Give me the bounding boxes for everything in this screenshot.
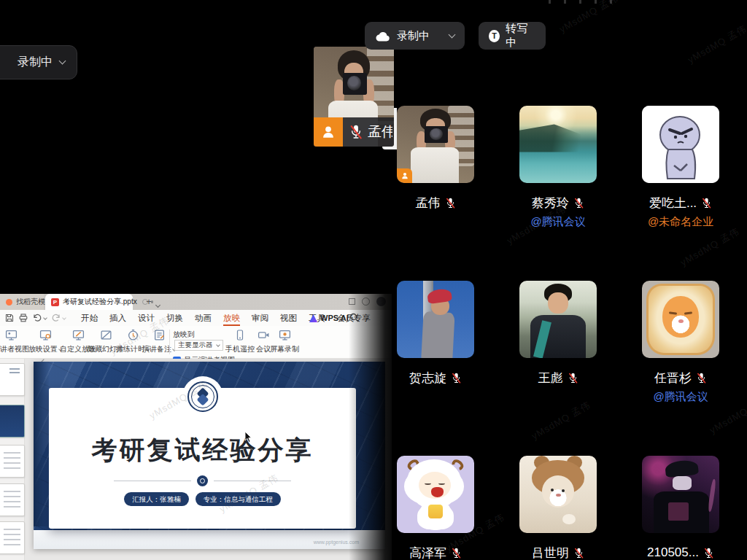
wps-tab-bar: 找稻壳模板 P 考研复试经验分享.pptx + (0, 294, 392, 310)
rehearse-timing-icon (127, 329, 139, 341)
participant-name: 贺志旋 (409, 370, 446, 386)
tab-active-document[interactable]: P 考研复试经验分享.pptx (45, 294, 133, 310)
participant-name: 高泽军 (409, 545, 446, 560)
wps-ai-icon (309, 314, 317, 322)
participant-name: 王彪 (538, 370, 563, 386)
participant-tile[interactable]: 贺志旋 (397, 281, 474, 385)
wps-ribbon: 演讲者视图 放映设置 自定义放映 (0, 326, 392, 359)
undo-button[interactable] (33, 314, 47, 322)
avatar-art (519, 124, 597, 152)
participant-name: 210505... (647, 545, 699, 560)
participant-tile[interactable]: 吕世明 (519, 456, 597, 560)
watermark: yMsdMQ 孟伟 (686, 23, 747, 67)
presenter-person-icon (320, 124, 336, 140)
presenter-badge (314, 117, 343, 147)
watermark: yMsdMQ 孟伟 (557, 0, 621, 36)
slide-thumbnail-5[interactable] (0, 521, 25, 554)
wps-ai-button[interactable]: WPS AI (309, 310, 349, 326)
avatar-art (642, 106, 719, 183)
slide-thumbnail-3[interactable] (0, 445, 25, 478)
save-icon[interactable] (5, 314, 14, 322)
new-tab-button[interactable]: + (143, 294, 155, 310)
avatar-art (673, 476, 691, 490)
avatar-art (411, 147, 459, 183)
hide-slide-icon (100, 329, 112, 341)
reporter-badge: 汇报人：张雅楠 (124, 492, 189, 506)
menu-review[interactable]: 审阅 (246, 310, 274, 326)
menu-slideshow[interactable]: 放映 (217, 310, 246, 326)
participant-avatar (397, 281, 474, 358)
participant-name: 蔡秀玲 (532, 195, 569, 211)
avatar-art (428, 505, 442, 518)
transcribe-t-icon: T (489, 30, 500, 42)
participant-tile[interactable]: 王彪 (519, 281, 597, 385)
avatar-art (347, 76, 361, 91)
slide-thumbnail-1[interactable] (0, 363, 25, 396)
menu-view[interactable]: 视图 (274, 310, 303, 326)
participant-avatar (642, 281, 719, 358)
cloud-record-icon (375, 31, 391, 42)
menu-insert[interactable]: 插入 (104, 310, 132, 326)
slide-canvas[interactable]: www.pptgenius.com 考研复试经验分享 (34, 362, 385, 549)
recording-status-button[interactable]: 录制中 (365, 22, 465, 50)
participant-avatar (519, 281, 597, 358)
menu-transition[interactable]: 切换 (160, 310, 189, 326)
slide-thumbnail-4[interactable] (0, 483, 25, 516)
tab-docer-templates[interactable]: 找稻壳模板 (0, 294, 44, 310)
slide-divider (49, 475, 356, 486)
slide-title: 考研复试经验分享 (49, 433, 356, 467)
mic-muted-icon (349, 124, 363, 140)
screen-record-icon (279, 329, 291, 341)
avatar-art (708, 479, 716, 512)
avatar-art (668, 502, 689, 521)
mini-emblem-icon (197, 475, 208, 486)
wps-presentation-window: 找稻壳模板 P 考研复试经验分享.pptx + (0, 294, 392, 560)
participant-tile[interactable]: 爱吃土... @未命名企业 (642, 106, 719, 228)
presenter-badge (397, 168, 412, 183)
presenter-view-icon (5, 329, 18, 341)
display-to-label: 放映到 (173, 330, 195, 338)
participant-name: 吕世明 (532, 545, 569, 560)
participant-tile[interactable]: 孟伟 (397, 106, 474, 210)
shadow-overlay (349, 294, 397, 560)
display-target-select[interactable]: 主要显示器 (174, 340, 223, 351)
print-icon[interactable] (19, 314, 28, 322)
clipped-timestamp-remnant (549, 0, 613, 4)
menu-design[interactable]: 设计 (132, 310, 160, 326)
participant-name: 孟伟 (416, 195, 441, 211)
menu-animation[interactable]: 动画 (189, 310, 217, 326)
self-view-bar: 孟伟 (314, 117, 394, 147)
participant-tile[interactable]: 任晋杉 @腾讯会议 (642, 281, 719, 403)
participant-tile[interactable]: 蔡秀玲 @腾讯会议 (519, 106, 597, 228)
chevron-down-icon (59, 58, 66, 65)
avatar-art (438, 481, 444, 485)
mic-muted-icon (573, 197, 584, 209)
ribbon-separator (169, 330, 170, 354)
wps-menu-bar: 开始 插入 设计 切换 动画 放映 审阅 视图 工具 会员专享 WPS AI (0, 310, 392, 326)
avatar-art (430, 128, 443, 140)
mic-muted-icon (701, 197, 712, 209)
slide-background-art (34, 362, 50, 526)
self-view-window[interactable]: 孟伟 (314, 47, 394, 147)
participant-tile[interactable]: 高泽军 (397, 456, 474, 560)
slide-thumbnail-2-selected[interactable] (0, 405, 25, 438)
participant-avatar (642, 456, 719, 533)
menu-home[interactable]: 开始 (75, 310, 104, 326)
phone-remote-icon (234, 329, 246, 341)
transcribing-status-button[interactable]: T 转写中 (479, 22, 546, 50)
ribbon-screen-record-button[interactable]: 屏幕录制 (267, 329, 302, 354)
corner-recording-button[interactable]: 录制中 (0, 45, 77, 79)
redo-button[interactable] (52, 314, 66, 322)
tab-label: 考研复试经验分享.pptx (63, 297, 137, 307)
avatar-art (548, 292, 568, 314)
chevron-down-icon (449, 31, 456, 38)
participant-name: 任晋杉 (654, 370, 692, 386)
avatar-art (662, 296, 700, 338)
participant-avatar (397, 456, 474, 533)
redo-icon (52, 314, 61, 322)
mic-muted-icon (573, 547, 584, 559)
mic-muted-icon (451, 547, 462, 559)
participant-tile[interactable]: 210505... (642, 456, 719, 560)
tab-list-chevron-icon[interactable] (156, 300, 160, 308)
mic-muted-icon (451, 372, 462, 384)
